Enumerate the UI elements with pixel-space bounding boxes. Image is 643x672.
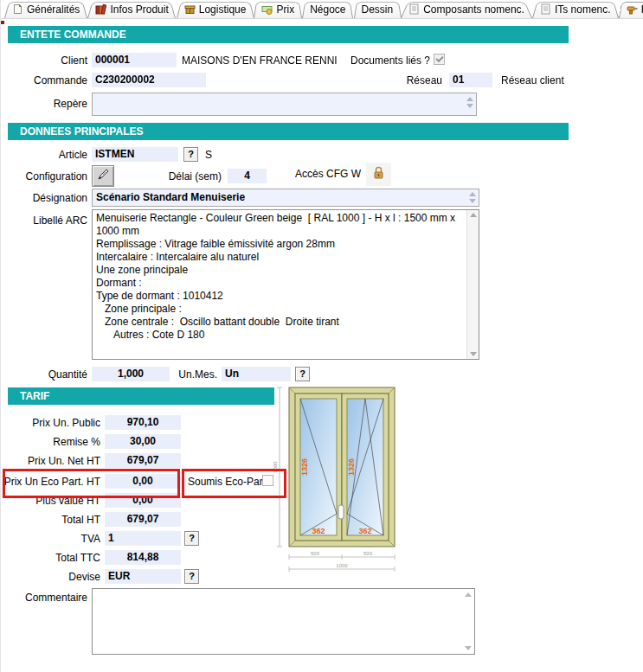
reseau-client-text: Réseau client bbox=[501, 74, 564, 86]
tab-infos-produit[interactable]: Infos Produit bbox=[87, 0, 176, 18]
section-donnees-principales: DONNEES PRINCIPALES bbox=[8, 123, 569, 140]
lock-icon bbox=[372, 166, 385, 182]
configuration-label: Configuration bbox=[1, 170, 87, 182]
window-drawing-svg: 1500 1326 1326 bbox=[269, 384, 401, 579]
chevron-down-icon bbox=[469, 199, 476, 203]
tab-logistique[interactable]: Logistique bbox=[177, 0, 254, 18]
remise-field[interactable]: 30,00 bbox=[105, 434, 181, 449]
prix-public-label: Prix Un. Public bbox=[1, 417, 100, 429]
repere-spinner[interactable] bbox=[466, 97, 473, 108]
section-tarif: TARIF bbox=[8, 387, 274, 405]
unmes-label: Un.Mes. bbox=[170, 368, 217, 381]
pane-height-left: 1326 bbox=[300, 458, 309, 476]
dim-height-label: 1500 bbox=[273, 461, 278, 473]
drill-icon bbox=[627, 3, 638, 15]
documents-lies-checkbox[interactable] bbox=[434, 54, 445, 65]
client-field[interactable]: 000001 bbox=[92, 53, 177, 67]
designation-spinner[interactable] bbox=[469, 192, 476, 203]
tab-pose[interactable]: Pose bbox=[619, 0, 643, 18]
window-handle bbox=[338, 505, 344, 519]
unmes-lookup-button[interactable]: ? bbox=[295, 367, 310, 381]
quantite-field[interactable]: 1,000 bbox=[92, 367, 170, 381]
commentaire-field[interactable] bbox=[92, 588, 475, 655]
tab-generalites[interactable]: Généralités bbox=[4, 0, 87, 18]
commentaire-scroll-down[interactable] bbox=[465, 646, 472, 650]
repere-value bbox=[93, 92, 100, 107]
article-field[interactable]: ISTMEN bbox=[92, 147, 178, 162]
plus-value-label: Plus value HT bbox=[1, 495, 100, 507]
devise-field[interactable]: EUR bbox=[105, 569, 181, 584]
chevron-up-icon bbox=[469, 192, 476, 196]
devise-lookup-button[interactable]: ? bbox=[184, 569, 199, 584]
quantite-label: Quantité bbox=[1, 368, 87, 381]
libelle-arc-label: Libellé ARC bbox=[1, 214, 87, 227]
dim-width-left: 500 bbox=[311, 551, 320, 556]
article-lookup-button[interactable]: ? bbox=[183, 147, 198, 162]
total-ht-field[interactable]: 679,07 bbox=[105, 512, 181, 527]
tab-label: Généralités bbox=[27, 3, 80, 16]
prix-public-field[interactable]: 970,10 bbox=[105, 415, 181, 430]
tab-label: Dessin bbox=[362, 3, 394, 16]
pen-icon bbox=[96, 168, 110, 184]
tab-label: ITs nomenc. bbox=[555, 3, 611, 16]
article-label: Article bbox=[1, 149, 87, 161]
libelle-arc-field[interactable]: Menuiserie Rectangle - Couleur Green bei… bbox=[92, 209, 479, 360]
pane-height-right: 1326 bbox=[347, 458, 356, 476]
prix-net-field[interactable]: 679,07 bbox=[105, 453, 181, 468]
tva-field[interactable]: 1 bbox=[105, 531, 181, 546]
repere-label: Repère bbox=[1, 98, 87, 110]
dim-width-total: 1000 bbox=[336, 563, 348, 568]
tab-dessin[interactable]: Dessin bbox=[354, 0, 402, 18]
client-name-text: MAISONS D'EN FRANCE RENNI bbox=[182, 54, 338, 67]
article-suffix-text: S bbox=[205, 149, 212, 161]
commande-field[interactable]: C230200002 bbox=[92, 73, 206, 87]
reseau-label: Réseau bbox=[356, 74, 442, 86]
tab-bar: Généralités Infos Produit Logistique Pri… bbox=[1, 0, 643, 19]
acces-cfg-label: Accès CFG W bbox=[295, 168, 361, 180]
pane-width-left: 362 bbox=[312, 527, 325, 535]
tab-label: Infos Produit bbox=[110, 3, 168, 16]
tab-negoce[interactable]: Négoce bbox=[302, 0, 353, 18]
commentaire-label: Commentaire bbox=[1, 592, 87, 604]
total-ht-label: Total HT bbox=[1, 514, 100, 526]
order-price-window: Généralités Infos Produit Logistique Pri… bbox=[0, 0, 643, 672]
libelle-scrollbar[interactable] bbox=[466, 210, 479, 359]
tab-composants-nomenc[interactable]: Composants nomenc. bbox=[401, 0, 532, 18]
total-ttc-label: Total TTC bbox=[1, 552, 100, 564]
acces-cfg-button[interactable] bbox=[366, 163, 391, 186]
tab-its-nomenc[interactable]: ITs nomenc. bbox=[532, 0, 619, 18]
client-label: Client bbox=[1, 54, 87, 67]
chevron-down-icon bbox=[466, 104, 473, 108]
delai-label: Délai (sem) bbox=[135, 170, 222, 182]
total-ttc-field[interactable]: 814,88 bbox=[105, 550, 181, 565]
designation-value: Scénario Standard Menuiserie bbox=[96, 191, 245, 203]
designation-field[interactable]: Scénario Standard Menuiserie bbox=[92, 189, 479, 207]
unmes-field[interactable]: Un bbox=[222, 367, 291, 381]
product-drawing: 1500 1326 1326 bbox=[269, 384, 401, 579]
tab-prix[interactable]: Prix bbox=[254, 0, 302, 18]
scroll-up-icon bbox=[465, 592, 472, 597]
books-icon bbox=[95, 3, 106, 15]
tab-label: Négoce bbox=[310, 3, 345, 16]
scroll-up-icon bbox=[470, 213, 477, 217]
prix-net-label: Prix Un. Net HT bbox=[1, 455, 100, 467]
delai-field[interactable]: 4 bbox=[228, 169, 267, 183]
tab-label: Composants nomenc. bbox=[423, 3, 524, 16]
plus-value-field[interactable]: 0,00 bbox=[105, 493, 181, 508]
money-icon bbox=[261, 3, 273, 15]
reseau-field[interactable]: 01 bbox=[449, 73, 492, 87]
soumis-eco-part-label: Soumis Eco-Part. bbox=[188, 476, 268, 488]
configuration-button[interactable] bbox=[92, 165, 114, 187]
document-lines-icon bbox=[408, 3, 420, 15]
devise-label: Devise bbox=[1, 571, 100, 583]
tab-label: Logistique bbox=[199, 3, 247, 16]
eco-part-field[interactable]: 0,00 bbox=[105, 474, 181, 489]
commentaire-scroll-up[interactable] bbox=[465, 592, 472, 597]
repere-field[interactable] bbox=[92, 93, 477, 116]
document-lines-icon bbox=[540, 3, 551, 15]
section-entete-commande: ENTETE COMMANDE bbox=[8, 26, 569, 43]
package-icon bbox=[184, 3, 196, 15]
chevron-up-icon bbox=[466, 97, 473, 101]
tva-lookup-button[interactable]: ? bbox=[184, 531, 199, 546]
libelle-arc-value: Menuiserie Rectangle - Couleur Green bei… bbox=[93, 210, 466, 359]
